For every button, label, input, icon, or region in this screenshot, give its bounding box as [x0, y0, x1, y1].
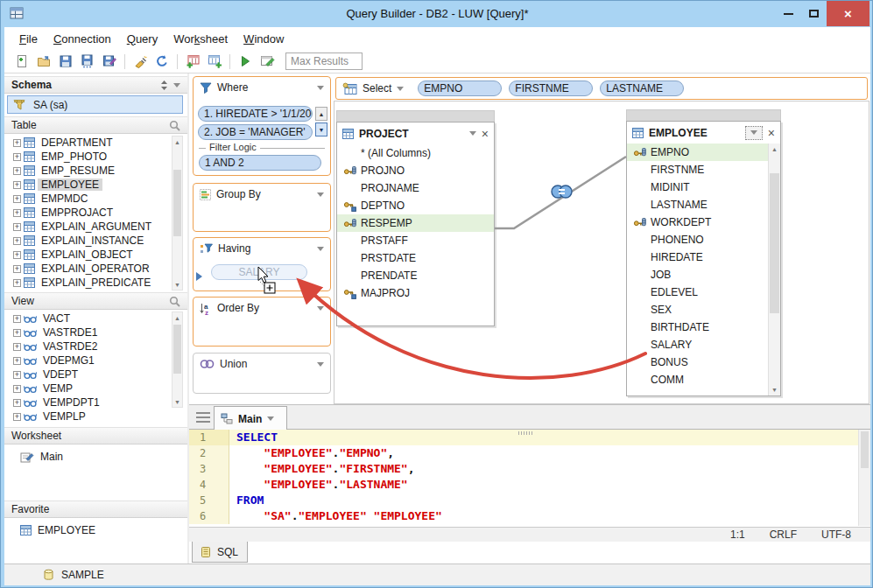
column-row[interactable]: SEX	[627, 301, 768, 318]
sql-tab[interactable]: SQL	[192, 542, 248, 563]
favorite-section-header[interactable]: Favorite	[4, 500, 187, 518]
worksheet-section-header[interactable]: Worksheet	[4, 427, 187, 444]
table-tree-item[interactable]: +EMPLOYEE	[4, 178, 171, 192]
column-row[interactable]: MIDINIT	[627, 178, 768, 196]
expand-icon[interactable]: +	[13, 329, 21, 337]
expand-icon[interactable]: +	[13, 315, 21, 323]
chevron-down-icon[interactable]	[317, 362, 324, 367]
expand-icon[interactable]: +	[13, 139, 21, 147]
search-icon[interactable]	[169, 120, 180, 131]
table-tree-item[interactable]: +EXPLAIN_OPERATOR	[4, 262, 171, 276]
column-row[interactable]: PRSTDATE	[337, 249, 494, 267]
filter-logic-value[interactable]: 1 AND 2	[199, 155, 321, 171]
select-field-pill[interactable]: LASTNAME	[600, 80, 684, 96]
view-tree-item[interactable]: +VDEPT	[4, 368, 171, 382]
card-header[interactable]: EMPLOYEE ×	[627, 122, 780, 144]
table-tree-item[interactable]: +EXPLAIN_INSTANCE	[4, 234, 171, 248]
close-button[interactable]: ×	[827, 1, 869, 26]
code-line[interactable]: 2 "EMPLOYEE"."EMPNO",	[189, 445, 870, 461]
column-row[interactable]: EMPNO	[627, 144, 768, 161]
where-condition-pill[interactable]: 2. JOB = 'MANAGER'	[198, 124, 313, 140]
splitter-grip[interactable]	[518, 431, 534, 435]
table-tree-item[interactable]: +EMP_RESUME	[4, 164, 171, 178]
card-title-strip[interactable]	[336, 110, 495, 122]
column-row[interactable]: PRENDATE	[337, 267, 494, 284]
scroll-down-icon[interactable]: ▼	[769, 384, 780, 396]
column-row[interactable]: PHONENO	[627, 231, 768, 248]
expand-icon[interactable]: +	[13, 343, 21, 351]
select-field-pill[interactable]: EMPNO	[418, 80, 502, 96]
new-file-button[interactable]	[11, 52, 32, 71]
having-panel-header[interactable]: Having	[194, 238, 330, 259]
spinner-down-button[interactable]: ▼	[315, 122, 327, 136]
column-row[interactable]: DEPTNO	[337, 197, 494, 214]
group-by-panel-header[interactable]: Group By	[194, 184, 330, 205]
column-row[interactable]: EDLEVEL	[627, 284, 768, 301]
expand-icon[interactable]: +	[13, 195, 21, 203]
run-button[interactable]	[235, 52, 256, 71]
column-row[interactable]: WORKDEPT	[627, 214, 768, 231]
column-row[interactable]: BIRTHDATE	[627, 318, 768, 336]
column-row[interactable]: FIRSTNME	[627, 161, 768, 178]
column-row[interactable]: SALARY	[627, 336, 768, 354]
drag-ghost-pill[interactable]: SALARY	[211, 264, 307, 280]
schema-section-header[interactable]: Schema	[4, 76, 187, 94]
table-tree-scrollbar[interactable]: ▲ ▼	[172, 136, 183, 290]
column-row[interactable]: MAJPROJ	[337, 284, 494, 302]
where-panel-header[interactable]: Where	[194, 77, 330, 98]
table-tree-item[interactable]: +EMPMDC	[4, 192, 171, 206]
run-script-button[interactable]	[257, 52, 278, 71]
menu-window[interactable]: Window	[236, 29, 292, 49]
editor-scrollbar[interactable]	[858, 430, 870, 526]
chevron-down-icon[interactable]	[173, 83, 180, 88]
table-tree-item[interactable]: +EXPLAIN_PREDICATE	[4, 276, 171, 290]
expand-icon[interactable]: +	[13, 167, 21, 175]
tab-list-icon[interactable]	[196, 412, 210, 423]
menu-worksheet[interactable]: Worksheet	[165, 29, 236, 49]
menu-file[interactable]: File	[11, 29, 46, 49]
view-tree-item[interactable]: +VDEPMG1	[4, 354, 171, 368]
expand-icon[interactable]: +	[13, 279, 21, 287]
view-tree-item[interactable]: +VEMPLP	[4, 410, 171, 424]
sort-icon[interactable]	[160, 80, 168, 90]
column-row[interactable]: JOB	[627, 266, 768, 284]
sql-editor[interactable]: 1SELECT2 "EMPLOYEE"."EMPNO",3 "EMPLOYEE"…	[189, 430, 870, 527]
expand-icon[interactable]: +	[13, 357, 21, 365]
favorite-item-employee[interactable]: EMPLOYEE	[4, 522, 187, 539]
save-all-button[interactable]	[77, 52, 98, 71]
column-row[interactable]: PROJNAME	[337, 179, 494, 197]
expand-icon[interactable]: +	[13, 237, 21, 245]
table-section-header[interactable]: Table	[4, 116, 187, 134]
refresh-button[interactable]	[151, 52, 172, 71]
column-row[interactable]: * (All Columns)	[337, 144, 494, 162]
code-line[interactable]: 4 "EMPLOYEE"."LASTNAME"	[189, 477, 870, 493]
add-join-table-button[interactable]	[204, 52, 225, 71]
worksheet-item-main[interactable]: Main	[4, 448, 187, 466]
scroll-up-icon[interactable]: ▲	[172, 312, 182, 323]
minimize-button[interactable]	[777, 1, 799, 26]
union-panel-header[interactable]: Union	[194, 354, 330, 374]
chevron-down-icon[interactable]	[317, 247, 324, 251]
chevron-down-icon[interactable]	[317, 86, 324, 90]
table-tree-item[interactable]: +EXPLAIN_OBJECT	[4, 248, 171, 262]
expand-icon[interactable]: +	[13, 371, 21, 379]
table-tree-item[interactable]: +EMPPROJACT	[4, 206, 171, 220]
expand-icon[interactable]: +	[13, 385, 21, 393]
expand-icon[interactable]: +	[13, 265, 21, 273]
expand-icon[interactable]: +	[13, 209, 21, 217]
column-row[interactable]: PROJNO	[337, 162, 494, 179]
chevron-down-icon[interactable]	[267, 416, 274, 421]
table-tree-item[interactable]: +DEPARTMENT	[4, 136, 171, 150]
connect-button[interactable]	[130, 52, 151, 71]
expand-icon[interactable]: +	[13, 223, 21, 231]
expand-icon[interactable]: +	[13, 399, 21, 407]
max-results-input[interactable]	[285, 52, 363, 70]
scroll-down-icon[interactable]: ▼	[172, 279, 182, 290]
code-line[interactable]: 5FROM	[189, 493, 870, 508]
code-line[interactable]: 3 "EMPLOYEE"."FIRSTNME",	[189, 461, 870, 477]
expand-icon[interactable]: +	[13, 153, 21, 161]
column-row[interactable]: BONUS	[627, 354, 768, 371]
column-row[interactable]: LASTNAME	[627, 196, 768, 214]
card-scrollbar[interactable]: ▲ ▼	[768, 144, 780, 396]
code-line[interactable]: 6 "SA"."EMPLOYEE" "EMPLOYEE"	[189, 508, 870, 524]
